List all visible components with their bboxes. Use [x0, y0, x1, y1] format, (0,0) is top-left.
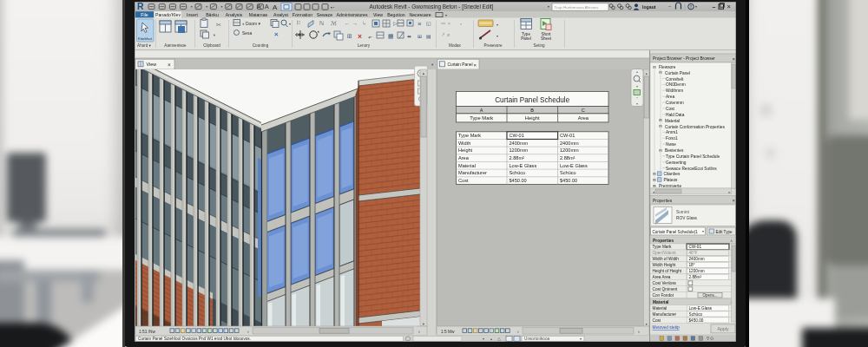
- svg-text:18°: 18°: [689, 263, 695, 267]
- svg-text:ℳ: ℳ: [331, 20, 337, 26]
- svg-text:Counting: Counting: [253, 43, 269, 48]
- svg-text:Width of Width: Width of Width: [653, 257, 680, 261]
- svg-text:View: View: [373, 12, 383, 17]
- svg-text:Height: Height: [458, 147, 473, 153]
- svg-text:▾: ▾: [483, 337, 484, 341]
- svg-text:×: ×: [474, 62, 477, 68]
- svg-text:C: C: [582, 108, 585, 113]
- svg-text:Schüco: Schüco: [510, 170, 526, 175]
- svg-text:A: A: [257, 3, 261, 10]
- svg-text:Modax: Modax: [449, 43, 461, 48]
- svg-text:▦: ▦: [388, 33, 394, 39]
- svg-text:Type: Type: [522, 32, 530, 36]
- svg-text:Begotion: Begotion: [387, 12, 405, 17]
- svg-text:▾: ▾: [460, 22, 462, 26]
- svg-text:Citanbes: Citanbes: [664, 172, 681, 176]
- svg-text:Hald Data: Hald Data: [666, 113, 685, 117]
- svg-text:2400mm: 2400mm: [510, 141, 529, 146]
- svg-text:◂: ◂: [653, 190, 654, 194]
- svg-text:R: R: [137, 2, 144, 11]
- svg-text:≔ ×: ≔ ×: [441, 21, 451, 26]
- svg-text:Manufacturer: Manufacturer: [458, 170, 487, 175]
- svg-text:Panado'Klev: Panado'Klev: [155, 12, 181, 17]
- svg-text:CW-01: CW-01: [689, 245, 702, 249]
- svg-text:2.88m²: 2.88m²: [560, 155, 575, 160]
- svg-text:▷: ▷: [393, 21, 398, 26]
- svg-text:Sheet: Sheet: [541, 36, 552, 41]
- svg-text:Curtain Panel: Curtain Panel: [448, 62, 473, 67]
- svg-text:▾: ▾: [191, 4, 193, 9]
- svg-text:A: A: [480, 108, 483, 113]
- svg-text:⊞: ⊞: [653, 184, 656, 188]
- svg-text:1200mm: 1200mm: [689, 269, 705, 273]
- svg-text:Height of Height: Height of Height: [653, 269, 682, 273]
- svg-text:✂: ✂: [216, 22, 221, 28]
- svg-text:Cost: Cost: [666, 107, 675, 111]
- svg-text:Area: Area: [458, 155, 470, 160]
- svg-text:Panel: Panel: [521, 36, 531, 41]
- svg-text:▾: ▾: [636, 84, 638, 88]
- svg-text:Cost: Cost: [653, 318, 661, 323]
- svg-text:Sesa: Sesa: [242, 30, 253, 36]
- svg-text:1200mm: 1200mm: [560, 147, 579, 153]
- svg-text:ON0Denm: ON0Denm: [666, 82, 686, 87]
- svg-text:Plateos: Plateos: [664, 178, 679, 182]
- svg-text:▴: ▴: [646, 71, 648, 75]
- svg-text:Type Curtain Panel Schedule: Type Curtain Panel Schedule: [666, 154, 720, 159]
- svg-text:▸: ▸: [729, 190, 731, 194]
- svg-text:▾: ▾: [646, 322, 648, 326]
- svg-text:Width Height: Width Height: [653, 263, 677, 267]
- svg-text:×: ×: [733, 198, 736, 203]
- svg-text:↳: ↳: [362, 21, 366, 26]
- svg-text:Opens...: Opens...: [702, 293, 717, 298]
- svg-text:Autodesk Revit - Gwomosing Bet: Autodesk Revit - Gwomosing Beton - [Sned…: [370, 3, 494, 10]
- svg-text:≅: ≅: [418, 21, 422, 26]
- svg-text:Sumint: Sumint: [676, 210, 690, 214]
- svg-text:×: ×: [733, 56, 736, 62]
- svg-text:⊞: ⊞: [347, 33, 352, 39]
- svg-text:⊞: ⊞: [418, 34, 422, 39]
- svg-text:▴: ▴: [636, 69, 638, 74]
- svg-text:Necesuare: Necesuare: [409, 12, 431, 17]
- svg-text:◱: ◱: [426, 21, 431, 26]
- svg-text:Area Area: Area Area: [653, 275, 671, 279]
- svg-text:Widthmm: Widthmm: [666, 88, 683, 93]
- svg-text:Tsup Hurtemsova Ahrvara: Tsup Hurtemsova Ahrvara: [555, 5, 599, 10]
- svg-text:46°F: 46°F: [689, 251, 698, 255]
- svg-text:▾: ▾: [206, 4, 207, 9]
- svg-text:A: A: [265, 3, 269, 10]
- svg-text:▾: ▾: [445, 13, 447, 17]
- svg-text:∧: ∧: [730, 239, 733, 243]
- svg-text:Edit Type: Edit Type: [716, 230, 733, 234]
- svg-text:×: ×: [274, 30, 279, 38]
- svg-text:Curtain Panel: Curtain Panel: [665, 71, 690, 75]
- svg-text:B: B: [530, 108, 534, 113]
- svg-text:Analysis: Analysis: [226, 12, 243, 17]
- svg-text:Project Browser - Project Brow: Project Browser - Project Browser: [653, 56, 715, 61]
- svg-text:Cost Qntment: Cost Qntment: [653, 287, 679, 291]
- svg-text:$450.00: $450.00: [560, 178, 577, 183]
- svg-text:Amrs1: Amrs1: [666, 130, 678, 134]
- svg-text:‹: ‹: [247, 329, 249, 334]
- svg-text:Unsortonkooa: Unsortonkooa: [524, 337, 550, 341]
- svg-text:Comshelt: Comshelt: [666, 77, 684, 82]
- svg-text:▾ •: ▾ •: [331, 5, 335, 10]
- svg-text:1:51 /Nw: 1:51 /Nw: [139, 330, 155, 334]
- svg-text:Kitebhat: Kitebhat: [138, 36, 153, 41]
- svg-text:⚐: ⚐: [296, 20, 301, 26]
- svg-text:Material: Material: [458, 163, 476, 168]
- svg-text:Area: Area: [666, 95, 674, 99]
- svg-text:Premmverte: Premmverte: [659, 184, 681, 188]
- svg-text:▴: ▴: [490, 337, 492, 341]
- svg-text:logaut: logaut: [642, 4, 656, 10]
- svg-text:▤: ▤: [426, 34, 431, 39]
- svg-text:Genserting: Genserting: [666, 160, 687, 165]
- svg-text:Open/Volumt: Open/Volumt: [653, 251, 677, 255]
- svg-text:Bestentes: Bestentes: [665, 148, 684, 153]
- svg-text:▾: ▾: [695, 4, 697, 9]
- svg-text:←: ←: [345, 21, 350, 26]
- svg-text:Curtain Panel Schedule(1: Curtain Panel Schedule(1: [653, 230, 699, 234]
- svg-text:›: ›: [418, 329, 420, 334]
- svg-text:Low-E Glass: Low-E Glass: [689, 306, 713, 311]
- svg-text:▾: ▾: [496, 23, 498, 27]
